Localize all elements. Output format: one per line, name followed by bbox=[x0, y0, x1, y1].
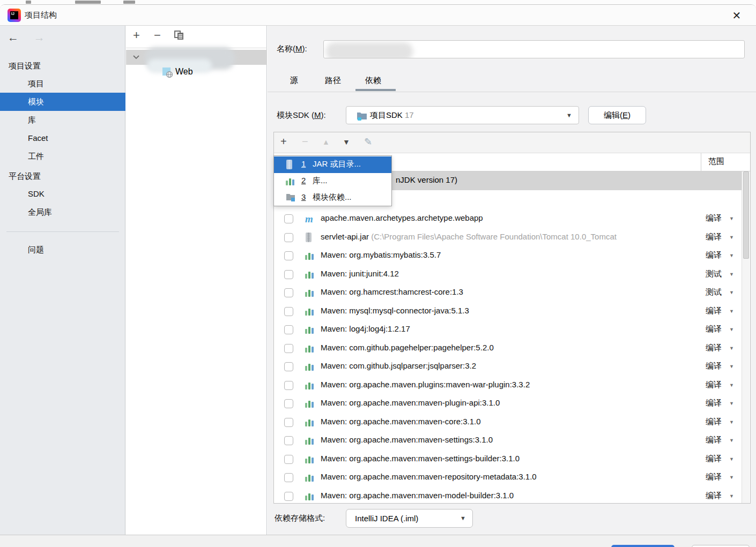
sidebar-item-problems[interactable]: 问题 bbox=[0, 241, 125, 259]
scope-value[interactable]: 编译 bbox=[681, 380, 722, 390]
scope-value[interactable]: 编译 bbox=[681, 398, 722, 408]
jar-icon bbox=[305, 233, 316, 243]
cancel-button-partial[interactable] bbox=[692, 545, 750, 547]
dependency-row[interactable]: Maven: org.apache.maven:maven-plugin-api… bbox=[275, 395, 742, 413]
sidebar-item-artifacts[interactable]: 工件 bbox=[0, 147, 125, 166]
vertical-scrollbar[interactable] bbox=[742, 171, 750, 504]
scope-dropdown-icon[interactable]: ▼ bbox=[729, 456, 734, 462]
sidebar-item-sdk[interactable]: SDK bbox=[0, 185, 125, 203]
export-checkbox[interactable] bbox=[284, 288, 293, 297]
scope-value[interactable]: 编译 bbox=[681, 472, 722, 482]
scope-value[interactable]: 编译 bbox=[681, 306, 722, 316]
tab-dependencies[interactable]: 依赖 bbox=[365, 76, 381, 86]
export-checkbox[interactable] bbox=[284, 455, 293, 464]
export-checkbox[interactable] bbox=[284, 436, 293, 445]
sidebar-item-global-libraries[interactable]: 全局库 bbox=[0, 203, 125, 221]
export-checkbox[interactable] bbox=[284, 492, 293, 501]
scope-dropdown-icon[interactable]: ▼ bbox=[729, 346, 734, 351]
dependency-row[interactable]: Maven: log4j:log4j:1.2.17编译▼ bbox=[275, 321, 742, 339]
scope-dropdown-icon[interactable]: ▼ bbox=[729, 216, 734, 221]
scope-dropdown-icon[interactable]: ▼ bbox=[729, 383, 734, 388]
popup-item-module[interactable]: 3模块依赖... bbox=[274, 190, 391, 206]
scope-value[interactable]: 编译 bbox=[681, 454, 722, 464]
add-dependency-icon[interactable]: + bbox=[280, 136, 287, 148]
export-checkbox[interactable] bbox=[284, 418, 293, 427]
settings-sidebar: ← → 项目设置 项目 模块 库 Facet 工件 平台设置 SDK 全局库 问… bbox=[0, 26, 125, 535]
scope-dropdown-icon[interactable]: ▼ bbox=[729, 290, 734, 295]
dependency-row[interactable]: Maven: org.apache.maven:maven-model-buil… bbox=[275, 488, 742, 504]
tab-sources[interactable]: 源 bbox=[290, 76, 298, 86]
sidebar-item-modules[interactable]: 模块 bbox=[0, 93, 125, 111]
scope-dropdown-icon[interactable]: ▼ bbox=[729, 235, 734, 240]
scope-value[interactable]: 编译 bbox=[681, 324, 722, 334]
scope-value[interactable]: 编译 bbox=[681, 435, 722, 445]
dependency-row[interactable]: Maven: mysql:mysql-connector-java:5.1.3编… bbox=[275, 303, 742, 321]
dependency-row[interactable]: Maven: junit:junit:4.12测试▼ bbox=[275, 266, 742, 284]
move-down-icon[interactable]: ▼ bbox=[343, 138, 350, 146]
scope-dropdown-icon[interactable]: ▼ bbox=[729, 364, 734, 369]
scope-dropdown-icon[interactable]: ▼ bbox=[729, 309, 734, 314]
back-arrow-icon[interactable]: ← bbox=[8, 31, 19, 43]
export-checkbox[interactable] bbox=[284, 251, 293, 260]
module-name-input[interactable] bbox=[323, 40, 745, 58]
close-icon[interactable]: ✕ bbox=[729, 8, 744, 23]
export-checkbox[interactable] bbox=[284, 344, 293, 353]
storage-format-select[interactable]: IntelliJ IDEA (.iml) ▼ bbox=[346, 509, 473, 528]
sidebar-item-facet[interactable]: Facet bbox=[0, 129, 125, 147]
scope-value[interactable]: 编译 bbox=[681, 491, 722, 501]
dependency-row[interactable]: mapache.maven.archetypes.archetype.webap… bbox=[275, 210, 742, 228]
export-checkbox[interactable] bbox=[284, 214, 293, 223]
export-checkbox[interactable] bbox=[284, 399, 293, 408]
popup-item-jar[interactable]: 1JAR 或目录... bbox=[274, 156, 391, 173]
export-checkbox[interactable] bbox=[284, 473, 293, 482]
scope-dropdown-icon[interactable]: ▼ bbox=[729, 253, 734, 258]
sidebar-item-project[interactable]: 项目 bbox=[0, 74, 125, 93]
dependency-row[interactable]: Maven: com.github.pagehelper:pagehelper:… bbox=[275, 340, 742, 358]
export-checkbox[interactable] bbox=[284, 362, 293, 371]
scope-value[interactable]: 编译 bbox=[681, 213, 722, 223]
edit-sdk-button[interactable]: 编辑(E) bbox=[588, 106, 646, 124]
dependency-row[interactable]: Maven: org.mybatis:mybatis:3.5.7编译▼ bbox=[275, 247, 742, 265]
ok-button-partial[interactable] bbox=[611, 545, 675, 547]
scope-value[interactable]: 编译 bbox=[681, 361, 722, 371]
scope-value[interactable]: 编译 bbox=[681, 232, 722, 242]
module-sdk-select[interactable]: 项目SDK 17 ▼ bbox=[346, 106, 579, 124]
chevron-down-icon[interactable] bbox=[132, 53, 140, 61]
scope-dropdown-icon[interactable]: ▼ bbox=[729, 419, 734, 425]
scope-value[interactable]: 编译 bbox=[681, 343, 722, 353]
dependency-row[interactable]: Maven: org.apache.maven:maven-settings:3… bbox=[275, 432, 742, 450]
add-module-icon[interactable]: + bbox=[133, 28, 140, 42]
export-checkbox[interactable] bbox=[284, 325, 293, 334]
scope-value[interactable]: 编译 bbox=[681, 250, 722, 260]
popup-item-library[interactable]: 2库... bbox=[274, 173, 391, 190]
scope-value[interactable]: 编译 bbox=[681, 417, 722, 427]
scope-dropdown-icon[interactable]: ▼ bbox=[729, 401, 734, 406]
remove-module-icon[interactable]: − bbox=[154, 28, 161, 42]
dependency-row[interactable]: Maven: com.github.jsqlparser:jsqlparser:… bbox=[275, 358, 742, 376]
tree-row-web[interactable]: Web bbox=[126, 65, 267, 80]
export-checkbox[interactable] bbox=[284, 270, 293, 279]
dependency-name: Maven: org.apache.maven:maven-settings-b… bbox=[321, 454, 700, 463]
library-icon bbox=[305, 491, 316, 502]
export-checkbox[interactable] bbox=[284, 381, 293, 390]
scope-dropdown-icon[interactable]: ▼ bbox=[729, 475, 734, 480]
dependency-row[interactable]: Maven: org.apache.maven.plugins:maven-wa… bbox=[275, 377, 742, 395]
scope-dropdown-icon[interactable]: ▼ bbox=[729, 493, 734, 499]
sidebar-item-libraries[interactable]: 库 bbox=[0, 111, 125, 129]
tab-paths[interactable]: 路径 bbox=[325, 76, 341, 86]
export-checkbox[interactable] bbox=[284, 307, 293, 316]
export-checkbox[interactable] bbox=[284, 233, 293, 242]
dependency-row[interactable]: Maven: org.apache.maven:maven-core:3.1.0… bbox=[275, 414, 742, 432]
scrollbar-thumb[interactable] bbox=[743, 171, 749, 259]
scope-dropdown-icon[interactable]: ▼ bbox=[729, 438, 734, 443]
scope-dropdown-icon[interactable]: ▼ bbox=[729, 327, 734, 332]
copy-module-icon[interactable] bbox=[174, 31, 184, 40]
dependency-row[interactable]: servlet-api.jar (C:\Program Files\Apache… bbox=[275, 229, 742, 247]
scope-value[interactable]: 测试 bbox=[681, 269, 722, 279]
scope-value[interactable]: 测试 bbox=[681, 287, 722, 297]
dependency-row[interactable]: Maven: org.apache.maven:maven-repository… bbox=[275, 469, 742, 487]
dependency-row[interactable]: Maven: org.hamcrest:hamcrest-core:1.3测试▼ bbox=[275, 284, 742, 302]
dependency-name: Maven: log4j:log4j:1.2.17 bbox=[321, 324, 700, 333]
scope-dropdown-icon[interactable]: ▼ bbox=[729, 272, 734, 277]
dependency-row[interactable]: Maven: org.apache.maven:maven-settings-b… bbox=[275, 451, 742, 469]
